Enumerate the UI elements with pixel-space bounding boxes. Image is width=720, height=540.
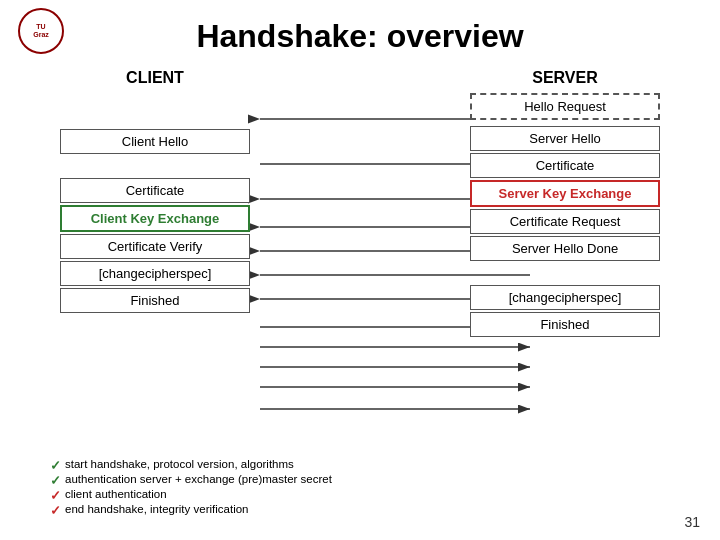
finished-s-box: Finished: [470, 312, 660, 337]
certificate-verify-box: Certificate Verify: [60, 234, 250, 259]
server-column: SERVER Hello Request Server Hello Certif…: [460, 69, 670, 339]
certificate-c-box: Certificate: [60, 178, 250, 203]
diagram: CLIENT Client Hello Certificate Client K…: [20, 69, 700, 429]
bullet-1-text: start handshake, protocol version, algor…: [65, 458, 294, 470]
client-hello-box: Client Hello: [60, 129, 250, 154]
server-hello-done-box: Server Hello Done: [470, 236, 660, 261]
bullet-2-check: ✓: [50, 473, 61, 488]
client-header: CLIENT: [126, 69, 184, 87]
hello-request-box: Hello Request: [470, 93, 660, 120]
bullets-section: ✓ start handshake, protocol version, alg…: [50, 458, 490, 518]
bullet-2-text: authentication server + exchange (pre)ma…: [65, 473, 332, 485]
page-container: TUGraz Handshake: overview: [0, 0, 720, 540]
bullet-3: ✓ client authentication: [50, 488, 490, 503]
certificate-request-box: Certificate Request: [470, 209, 660, 234]
bullet-3-check: ✓: [50, 488, 61, 503]
bullet-4: ✓ end handshake, integrity verification: [50, 503, 490, 518]
server-key-exchange-box: Server Key Exchange: [470, 180, 660, 207]
client-key-exchange-box: Client Key Exchange: [60, 205, 250, 232]
server-hello-box: Server Hello: [470, 126, 660, 151]
changecipherspec-c-box: [changecipherspec]: [60, 261, 250, 286]
changecipherspec-s-box: [changecipherspec]: [470, 285, 660, 310]
bullet-3-text: client authentication: [65, 488, 167, 500]
server-header: SERVER: [532, 69, 598, 87]
certificate-s-box: Certificate: [470, 153, 660, 178]
bullet-4-check: ✓: [50, 503, 61, 518]
logo-circle: TUGraz: [18, 8, 64, 54]
page-title: Handshake: overview: [20, 10, 700, 69]
finished-c-box: Finished: [60, 288, 250, 313]
bullet-2: ✓ authentication server + exchange (pre)…: [50, 473, 490, 488]
page-number: 31: [684, 514, 700, 530]
bullet-1: ✓ start handshake, protocol version, alg…: [50, 458, 490, 473]
client-column: CLIENT Client Hello Certificate Client K…: [50, 69, 260, 315]
bullet-1-check: ✓: [50, 458, 61, 473]
logo: TUGraz: [18, 8, 66, 56]
bullet-4-text: end handshake, integrity verification: [65, 503, 248, 515]
